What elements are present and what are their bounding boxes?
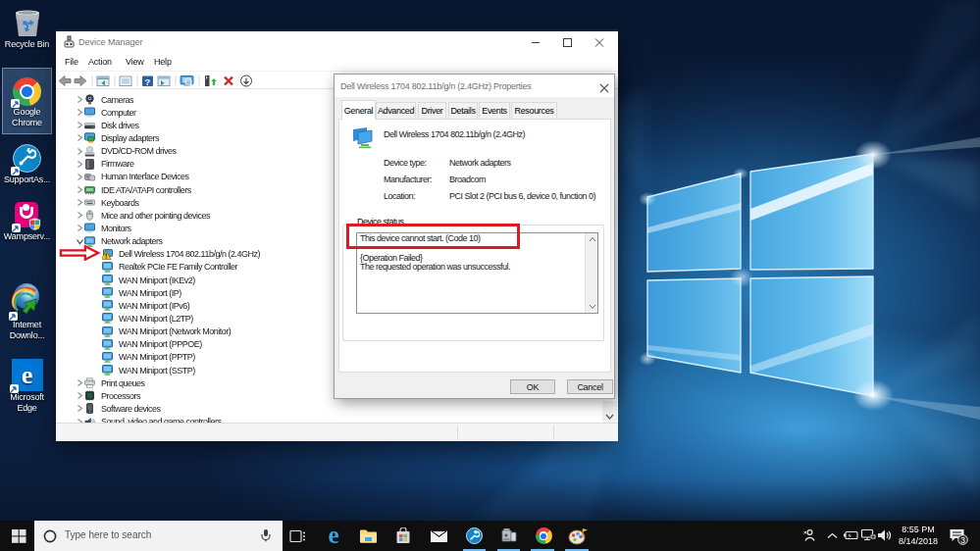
- svg-text:3: 3: [960, 535, 965, 545]
- svg-text:?: ?: [145, 76, 151, 87]
